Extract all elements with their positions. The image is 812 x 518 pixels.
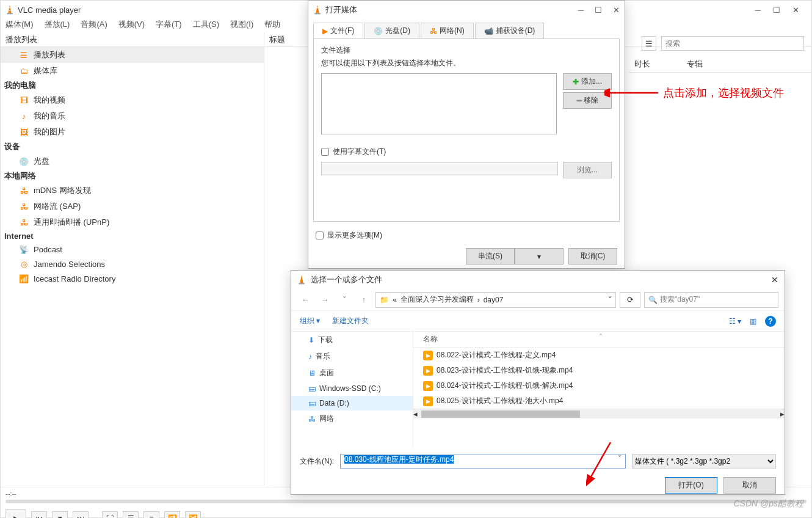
- menu-playback[interactable]: 播放(L): [45, 19, 70, 32]
- search-input[interactable]: [661, 36, 804, 51]
- prev-button[interactable]: ⏮: [31, 511, 47, 518]
- sidebar-item[interactable]: 🖧通用即插即播 (UPnP): [1, 214, 264, 230]
- minimize-button[interactable]: ─: [755, 5, 761, 15]
- file-picker-search[interactable]: 🔍 搜索"day07": [644, 292, 778, 308]
- video-file-icon: ▶: [423, 351, 433, 360]
- subtitle-checkbox[interactable]: [321, 148, 329, 156]
- annotation-arrow-2: [586, 440, 617, 489]
- organize-button[interactable]: 组织 ▾: [300, 316, 320, 326]
- open-media-dialog: 打开媒体 ─ ☐ ✕ ▶文件(F)💿光盘(D)🖧网络(N)📹捕获设备(D) 文件…: [308, 0, 625, 269]
- dlg-maximize-button[interactable]: ☐: [595, 5, 602, 15]
- sidebar-item[interactable]: ◎Jamendo Selections: [1, 257, 264, 271]
- filename-input[interactable]: 08.030-线程池应用-定时任务.mp4 ˅: [340, 454, 626, 469]
- playlist-button[interactable]: ≡: [143, 511, 159, 518]
- menu-video[interactable]: 视频(V): [118, 19, 145, 32]
- breadcrumb[interactable]: 📁 « 全面深入学习并发编程› day07 ˅: [375, 292, 616, 308]
- help-button[interactable]: ?: [765, 316, 776, 327]
- close-button[interactable]: ✕: [792, 5, 799, 15]
- jamendo-icon: ◎: [19, 259, 29, 269]
- tab[interactable]: ▶文件(F): [313, 23, 363, 38]
- col-album[interactable]: 专辑: [687, 59, 703, 70]
- video-file-icon: ▶: [423, 381, 433, 391]
- sidebar-item[interactable]: 🎞我的视频: [1, 92, 264, 108]
- view-mode-button[interactable]: ☷ ▾: [729, 317, 741, 326]
- file-item[interactable]: ▶08.023-设计模式-工作线程-饥饿-现象.mp4: [413, 363, 785, 378]
- nav-recent-button[interactable]: ˅: [336, 292, 352, 308]
- menu-tools[interactable]: 工具(S): [193, 19, 219, 32]
- menu-audio[interactable]: 音频(A): [81, 19, 107, 32]
- loop-button[interactable]: 🔁: [164, 511, 180, 518]
- menu-subtitle[interactable]: 字幕(T): [156, 19, 182, 32]
- file-item[interactable]: ▶08.024-设计模式-工作线程-饥饿-解决.mp4: [413, 378, 785, 393]
- sidebar-group-label: 我的电脑: [1, 79, 264, 92]
- menu-view[interactable]: 视图(I): [230, 19, 253, 32]
- sidebar-item[interactable]: 🖼我的图片: [1, 124, 264, 140]
- dlg-close-button[interactable]: ✕: [613, 5, 620, 15]
- tab[interactable]: 🖧网络(N): [421, 23, 474, 38]
- tree-item[interactable]: 🖥桌面: [291, 365, 413, 381]
- nav-forward-button[interactable]: →: [317, 292, 333, 308]
- sidebar-item[interactable]: 🖧网络流 (SAP): [1, 199, 264, 214]
- sidebar-item[interactable]: 🗂媒体库: [1, 63, 264, 79]
- watermark: CSDN @ps酷教程: [733, 498, 803, 509]
- file-picker-toolbar: 组织 ▾ 新建文件夹 ☷ ▾ ▥ ?: [291, 311, 785, 332]
- file-item[interactable]: ▶08.022-设计模式-工作线程-定义.mp4: [413, 348, 785, 363]
- tree-item[interactable]: ♪音乐: [291, 348, 413, 365]
- new-folder-button[interactable]: 新建文件夹: [332, 316, 369, 326]
- view-toggle-button[interactable]: ☰: [642, 36, 656, 51]
- sidebar-item[interactable]: 📶Icecast Radio Directory: [1, 271, 264, 286]
- tree-item[interactable]: 🖴Data (D:): [291, 396, 413, 410]
- svg-rect-8: [314, 13, 320, 14]
- file-item[interactable]: ▶08.025-设计模式-工作线程-池大小.mp4: [413, 393, 785, 409]
- tab[interactable]: 📹捕获设备(D): [475, 23, 545, 38]
- more-options-checkbox[interactable]: [316, 232, 324, 239]
- sidebar-item[interactable]: 🖧mDNS 网络发现: [1, 183, 264, 199]
- vlc-cone-icon: [5, 5, 14, 15]
- seek-bar[interactable]: [5, 500, 807, 503]
- sidebar-item-label: 光盘: [34, 156, 49, 167]
- tab[interactable]: 💿光盘(D): [364, 23, 419, 38]
- ext-settings-button[interactable]: ☰: [123, 511, 139, 518]
- horizontal-scrollbar[interactable]: ◂▸: [413, 409, 785, 418]
- icecast-icon: 📶: [19, 274, 29, 283]
- stream-button[interactable]: 串流(S)▾: [466, 248, 564, 264]
- nav-back-button[interactable]: ←: [297, 292, 313, 308]
- play-button[interactable]: ▶: [5, 509, 26, 518]
- next-button[interactable]: ⏭: [73, 511, 89, 518]
- sidebar-item[interactable]: 💿光盘: [1, 153, 264, 169]
- sidebar-item[interactable]: ♪我的音乐: [1, 108, 264, 124]
- fp-cancel-button[interactable]: 取消: [723, 477, 776, 494]
- tree-item[interactable]: 🖧网络: [291, 410, 413, 427]
- fullscreen-button[interactable]: ⛶: [102, 511, 118, 518]
- tree-item[interactable]: 🖴Windows-SSD (C:): [291, 381, 413, 396]
- tree-item[interactable]: ⬇下载: [291, 332, 413, 348]
- refresh-button[interactable]: ⟳: [620, 292, 640, 308]
- menu-help[interactable]: 帮助: [264, 19, 280, 32]
- nav-up-button[interactable]: ↑: [356, 292, 372, 308]
- file-picker-dialog: 选择一个或多个文件 ✕ ← → ˅ ↑ 📁 « 全面深入学习并发编程› day0…: [291, 270, 785, 495]
- dlg-minimize-button[interactable]: ─: [578, 5, 584, 15]
- svg-line-11: [590, 442, 611, 479]
- sidebar-item[interactable]: 📡Podcast: [1, 242, 264, 257]
- stop-button[interactable]: ■: [52, 511, 68, 518]
- file-picker-close-button[interactable]: ✕: [771, 275, 778, 285]
- file-select-label: 文件选择: [321, 45, 612, 56]
- col-name-header[interactable]: 名称˄: [413, 332, 785, 348]
- open-button[interactable]: 打开(O): [665, 477, 717, 494]
- podcast-icon: 📡: [19, 244, 29, 254]
- network-icon: 🖧: [308, 415, 316, 423]
- file-picker-titlebar: 选择一个或多个文件 ✕: [291, 271, 785, 289]
- browse-button[interactable]: 浏览...: [563, 162, 612, 178]
- sidebar-item[interactable]: ☰播放列表: [1, 47, 264, 63]
- menu-media[interactable]: 媒体(M): [5, 19, 34, 32]
- vlc-title-text: VLC media player: [18, 5, 81, 15]
- file-list-box[interactable]: [321, 73, 557, 134]
- shuffle-button[interactable]: 🔀: [185, 511, 201, 518]
- col-duration[interactable]: 时长: [634, 59, 650, 70]
- disc-icon: 💿: [374, 27, 383, 35]
- preview-pane-button[interactable]: ▥: [750, 317, 756, 326]
- cancel-button[interactable]: 取消(C): [568, 248, 617, 264]
- file-type-select[interactable]: 媒体文件 ( *.3g2 *.3gp *.3gp2: [632, 454, 776, 469]
- maximize-button[interactable]: ☐: [773, 5, 780, 15]
- vlc-cone-icon: [313, 5, 322, 15]
